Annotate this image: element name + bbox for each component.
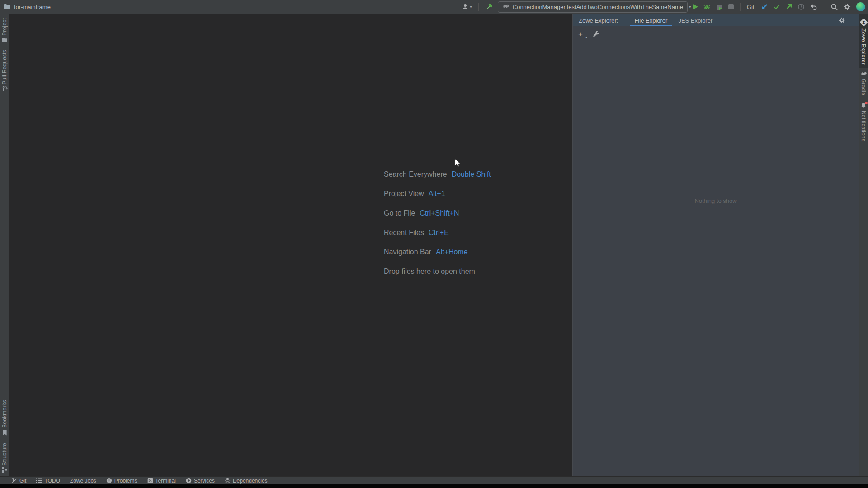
shortcut-label: Recent Files <box>384 229 424 237</box>
shortcut-row: Search Everywhere Double Shift <box>384 164 491 184</box>
statusbar-item-dependencies[interactable]: Dependencies <box>225 478 268 484</box>
statusbar-item-git[interactable]: Git <box>12 478 26 484</box>
settings-button[interactable] <box>843 3 851 11</box>
shortcut-keys: Double Shift <box>452 170 491 178</box>
git-branch-icon <box>12 478 17 483</box>
stripe-button-notifications[interactable]: Notifications <box>859 99 868 145</box>
stripe-label: Bookmarks <box>1 400 8 428</box>
git-label: Git: <box>747 4 756 10</box>
debug-bug-icon <box>703 3 711 11</box>
todo-list-icon <box>36 478 42 483</box>
tool-window-toolbar: +▾ <box>573 26 859 38</box>
history-button[interactable] <box>797 3 805 10</box>
chevron-down-icon: ▾ <box>585 35 587 39</box>
drop-files-hint: Drop files here to open them <box>384 267 475 276</box>
git-push-button[interactable] <box>785 3 793 10</box>
shortcut-row: Go to File Ctrl+Shift+N <box>384 203 491 223</box>
zowe-explorer-tool-window: Zowe Explorer: File Explorer JES Explore… <box>572 14 859 476</box>
pull-request-icon <box>2 86 8 92</box>
stop-button[interactable] <box>728 4 734 9</box>
toolbar-separator <box>740 3 741 11</box>
status-bar: Git TODO Zowe Jobs Problems Terminal Ser… <box>0 476 868 484</box>
git-update-button[interactable] <box>761 3 768 10</box>
user-icon <box>462 3 469 10</box>
statusbar-label: Terminal <box>156 478 176 484</box>
problems-icon <box>106 478 112 483</box>
git-commit-button[interactable] <box>773 3 780 10</box>
shortcut-row: Recent Files Ctrl+E <box>384 223 491 242</box>
services-icon <box>186 478 192 483</box>
shortcut-keys: Ctrl+E <box>429 229 449 237</box>
stripe-button-zowe-explorer[interactable]: Z Zowe Explorer <box>859 14 868 68</box>
tab-file-explorer[interactable]: File Explorer <box>629 14 673 26</box>
project-folder-icon <box>4 4 11 10</box>
statusbar-label: Problems <box>114 478 137 484</box>
clock-icon <box>797 3 805 10</box>
project-name: for-mainframe <box>14 4 51 10</box>
tool-window-header: Zowe Explorer: File Explorer JES Explore… <box>573 14 859 26</box>
statusbar-label: Dependencies <box>233 478 268 484</box>
shortcut-keys: Ctrl+Shift+N <box>420 209 459 217</box>
run-configuration-name: ConnectionManager.testAddTwoConnectionsW… <box>513 4 683 10</box>
screen-bottom-edge <box>0 484 868 488</box>
stripe-button-bookmarks[interactable]: Bookmarks <box>0 396 9 439</box>
build-project-button[interactable] <box>485 3 493 11</box>
stripe-button-pull-requests[interactable]: Pull Requests <box>0 46 9 96</box>
user-profile-button[interactable]: ▾ <box>462 3 472 10</box>
empty-state-text: Nothing to show <box>573 197 859 204</box>
wrench-settings-button[interactable] <box>593 30 600 38</box>
profile-button[interactable] <box>716 3 723 11</box>
run-icon <box>693 4 698 10</box>
editor-empty-area: Search Everywhere Double Shift Project V… <box>10 14 572 476</box>
profiler-icon <box>716 3 723 11</box>
stripe-button-project[interactable]: Project <box>0 14 9 46</box>
tool-window-gear-button[interactable] <box>838 17 845 24</box>
bell-icon <box>860 103 867 109</box>
sphere-icon <box>856 2 865 11</box>
statusbar-label: TODO <box>44 478 60 484</box>
ide-window: for-mainframe ▾ ConnectionManager.testAd… <box>0 0 868 488</box>
rollback-button[interactable] <box>810 3 817 10</box>
statusbar-item-problems[interactable]: Problems <box>106 478 137 484</box>
stripe-label: Notifications <box>860 111 867 141</box>
shortcut-label: Search Everywhere <box>384 170 447 178</box>
statusbar-item-todo[interactable]: TODO <box>36 478 60 484</box>
zowe-icon: Z <box>859 18 868 26</box>
stripe-button-gradle[interactable]: Gradle <box>859 68 868 99</box>
toolbar-separator <box>478 3 479 11</box>
shortcut-label: Project View <box>384 190 424 198</box>
minimize-button[interactable]: — <box>850 18 856 23</box>
search-everywhere-button[interactable] <box>830 3 838 11</box>
main-toolbar: for-mainframe ▾ ConnectionManager.testAd… <box>0 0 868 14</box>
tab-jes-explorer[interactable]: JES Explorer <box>673 14 718 26</box>
gear-icon <box>843 3 851 11</box>
stripe-button-structure[interactable]: Structure <box>0 439 9 477</box>
arrow-up-right-icon <box>785 3 793 10</box>
shortcut-row: Drop files here to open them <box>384 262 491 281</box>
shortcut-row: Navigation Bar Alt+Home <box>384 242 491 262</box>
stop-icon <box>728 4 734 9</box>
run-button[interactable] <box>693 4 698 10</box>
bookmark-icon <box>2 430 7 436</box>
shortcut-label: Navigation Bar <box>384 248 431 256</box>
code-with-me-button[interactable] <box>856 2 865 11</box>
run-configuration-select[interactable]: ConnectionManager.testAddTwoConnectionsW… <box>498 1 688 13</box>
statusbar-item-zowe-jobs[interactable]: Zowe Jobs <box>70 478 96 484</box>
statusbar-item-services[interactable]: Services <box>186 478 215 484</box>
debug-button[interactable] <box>703 3 711 11</box>
shortcut-keys: Alt+1 <box>429 190 445 198</box>
shortcut-keys: Alt+Home <box>436 248 468 256</box>
stripe-label: Pull Requests <box>1 50 8 84</box>
arrow-down-left-icon <box>761 3 768 10</box>
stripe-label: Zowe Explorer <box>860 28 867 65</box>
stripe-label: Structure <box>1 443 8 466</box>
statusbar-label: Services <box>194 478 215 484</box>
statusbar-item-terminal[interactable]: Terminal <box>147 478 176 484</box>
shortcut-label: Go to File <box>384 209 415 217</box>
add-connection-button[interactable]: +▾ <box>578 31 586 38</box>
left-tool-stripe: Project Pull Requests Bookmarks Struc <box>0 14 9 476</box>
dependencies-icon <box>225 478 231 483</box>
gradle-icon <box>860 72 867 77</box>
search-icon <box>830 3 838 11</box>
statusbar-label: Git <box>19 478 26 484</box>
